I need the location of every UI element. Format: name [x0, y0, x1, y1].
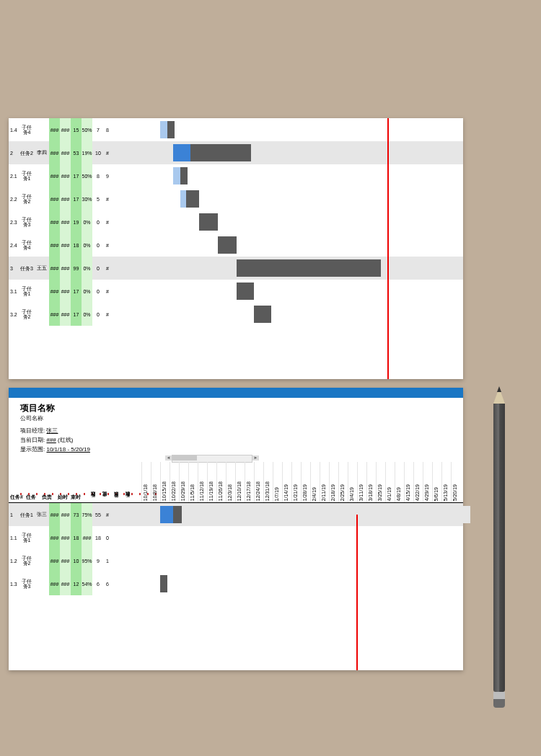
- date-header: 1/7/19: [274, 487, 279, 501]
- date-separator: [188, 462, 189, 502]
- cell: [35, 303, 49, 326]
- cell: ###: [60, 526, 71, 549]
- date-header: 10/1/18: [143, 484, 148, 501]
- cell: 0: [92, 257, 104, 280]
- cell: #: [104, 187, 111, 210]
- gantt-bar: [237, 259, 381, 277]
- timeline-scrollbar[interactable]: ◄ ►: [172, 455, 252, 463]
- cell: 12: [71, 572, 82, 595]
- company-name: 公司名称: [20, 414, 463, 422]
- cell: ###: [60, 210, 71, 234]
- cell: 2.1: [9, 164, 19, 187]
- cell: 99: [71, 257, 82, 280]
- cell: 17: [71, 164, 82, 187]
- scroll-left-arrow[interactable]: ◄: [165, 455, 172, 461]
- table-row: 3.1子任务1######170%0#: [9, 280, 463, 303]
- table-row: 3任务3王五######990%0#: [9, 257, 463, 280]
- col-header: 负责: [42, 494, 52, 501]
- cell: 18: [92, 526, 104, 549]
- gantt-bar: [186, 190, 199, 208]
- cell: 0%: [82, 280, 92, 303]
- col-header: 始时: [58, 494, 68, 501]
- cell: 2.2: [9, 187, 19, 210]
- table-row: 2.1子任务1######1750%89: [9, 164, 463, 187]
- cell: 17: [71, 187, 82, 210]
- col-header: 任务: [26, 494, 36, 501]
- date-separator: [207, 462, 208, 502]
- table-row: 2.3子任务3######190%0#: [9, 210, 463, 234]
- curdate-value: ###: [46, 437, 56, 443]
- gantt-bar: [218, 236, 237, 254]
- table-row: 1.2子任务2######1095%91: [9, 549, 463, 572]
- cell: 7: [92, 118, 104, 141]
- date-separator: [282, 462, 283, 502]
- date-separator: [366, 462, 367, 502]
- cell: 3: [9, 257, 19, 280]
- curdate-label: 当前日期:: [20, 437, 45, 443]
- gantt-bar: [180, 167, 188, 184]
- date-separator: [226, 462, 226, 502]
- cell: 1.2: [9, 549, 19, 572]
- date-header: 10/8/18: [152, 484, 157, 501]
- gantt-bar: [160, 121, 167, 138]
- current-date-line: 当前日期: ### (红线): [20, 436, 463, 444]
- cell: 1.1: [9, 526, 19, 549]
- cell: 子任务2: [19, 187, 35, 210]
- cell: 1.3: [9, 572, 19, 595]
- date-header: 1/14/19: [283, 484, 289, 501]
- cell: #: [104, 503, 111, 526]
- col-header: 束时: [71, 494, 81, 501]
- date-header: 1/28/19: [302, 484, 307, 501]
- date-header: 3/25/19: [377, 484, 382, 501]
- date-separator: [198, 462, 198, 502]
- cell: 75%: [82, 503, 92, 526]
- cell: 3.2: [9, 303, 19, 326]
- cell: 0: [92, 234, 104, 257]
- cell: #: [104, 210, 111, 234]
- date-header: 12/24/18: [255, 481, 260, 501]
- cell: ###: [60, 572, 71, 595]
- cell: 1: [104, 549, 111, 572]
- cell: ###: [60, 303, 71, 326]
- project-manager-line: 项目经理: 张三: [20, 427, 463, 435]
- table-row: 2任务2李四######5319%10#: [9, 141, 463, 164]
- cell: ###: [49, 526, 60, 549]
- cell: [35, 164, 49, 187]
- cell: ###: [60, 141, 71, 164]
- cell: ###: [60, 234, 71, 257]
- scroll-right-arrow[interactable]: ►: [252, 455, 259, 461]
- cell: 6: [92, 572, 104, 595]
- date-separator: [329, 462, 330, 502]
- cell: #: [104, 141, 111, 164]
- date-separator: [385, 462, 386, 502]
- gantt-rows-bottom: 1任务1张三######7375%55#1.1子任务1######18###18…: [9, 503, 463, 595]
- sheet-top: 1.4子任务4######1550%782任务2李四######5319%10#…: [9, 118, 463, 379]
- date-separator: [170, 462, 170, 502]
- cell: [35, 572, 49, 595]
- header-bar: [9, 388, 463, 398]
- date-separator: [151, 462, 151, 502]
- cell: ###: [49, 503, 60, 526]
- date-header: 12/3/18: [227, 484, 232, 501]
- today-redline: [387, 118, 389, 379]
- date-separator: [245, 462, 245, 502]
- cell: 9: [92, 549, 104, 572]
- scroll-thumb[interactable]: [172, 455, 197, 461]
- cell: 19: [71, 210, 82, 234]
- date-header: 1/21/19: [293, 484, 298, 501]
- cell: [35, 210, 49, 234]
- cell: [35, 187, 49, 210]
- date-separator: [451, 462, 452, 502]
- date-header: 12/31/18: [265, 481, 270, 501]
- cell: 王五: [35, 257, 49, 280]
- date-header: 3/11/19: [359, 484, 364, 501]
- cell: 2.3: [9, 210, 19, 234]
- sheet-bottom: 项目名称 公司名称 项目经理: 张三 当前日期: ### (红线) 显示范围: …: [9, 388, 463, 670]
- date-separator: [376, 462, 377, 502]
- cell: [35, 280, 49, 303]
- date-separator: [254, 462, 255, 502]
- cell: #: [104, 280, 111, 303]
- date-header: 5/6/19: [434, 487, 439, 501]
- date-header: 4/15/19: [405, 484, 410, 501]
- date-separator: [179, 462, 180, 502]
